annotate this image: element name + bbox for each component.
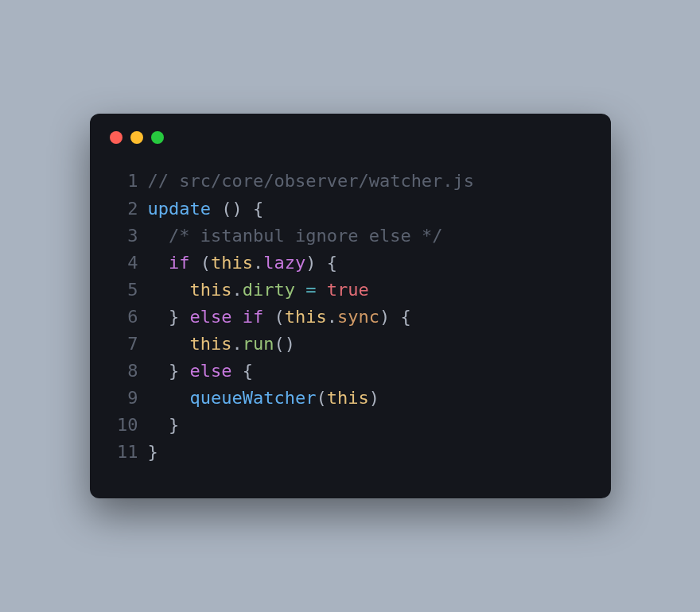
code-token: run (243, 334, 274, 354)
code-line: 7 this.run() (110, 331, 591, 358)
line-number: 10 (110, 412, 138, 439)
code-token: } (148, 442, 158, 462)
line-number: 11 (110, 439, 138, 466)
code-token: . (231, 334, 242, 354)
code-line: 9 queueWatcher(this) (110, 385, 591, 412)
code-token: else (190, 361, 232, 381)
line-content: update () { (148, 196, 264, 223)
line-content: } else if (this.sync) { (148, 304, 411, 331)
code-line: 10 } (110, 412, 591, 439)
code-line: 8 } else { (110, 358, 591, 385)
line-content: if (this.lazy) { (148, 250, 337, 277)
code-token: /* istanbul ignore else */ (169, 226, 442, 246)
zoom-icon[interactable] (151, 131, 164, 144)
code-token: . (253, 253, 263, 273)
code-token: = (305, 280, 316, 300)
code-token: if (169, 253, 190, 273)
code-token: this (189, 334, 231, 354)
code-token: this (211, 253, 253, 273)
code-token: this (327, 388, 369, 408)
code-token: else if (190, 307, 264, 327)
line-number: 8 (110, 358, 138, 385)
code-line: 6 } else if (this.sync) { (110, 304, 591, 331)
code-token (148, 280, 190, 300)
line-content: } (148, 439, 158, 466)
line-number: 7 (110, 331, 138, 358)
code-token: update (148, 199, 211, 219)
close-icon[interactable] (110, 131, 122, 144)
code-token (148, 415, 169, 435)
code-line: 1// src/core/observer/watcher.js (110, 168, 591, 195)
code-token (316, 280, 326, 300)
code-token (295, 280, 305, 300)
line-number: 2 (110, 196, 138, 223)
line-content: // src/core/observer/watcher.js (148, 168, 475, 195)
code-token: ( (274, 307, 284, 327)
code-token (148, 226, 169, 246)
code-token: } (169, 361, 179, 381)
code-token: queueWatcher (189, 388, 316, 408)
code-line: 3 /* istanbul ignore else */ (110, 223, 591, 250)
code-token: ) { (305, 253, 337, 273)
code-token: ( (200, 253, 211, 273)
code-token: () { (221, 199, 263, 219)
code-line: 5 this.dirty = true (110, 277, 591, 304)
code-token (148, 361, 169, 381)
line-content: /* istanbul ignore else */ (148, 223, 443, 250)
code-window: 1// src/core/observer/watcher.js2update … (90, 114, 611, 498)
code-token: . (231, 280, 242, 300)
code-token (148, 253, 169, 273)
code-line: 11} (110, 439, 591, 466)
code-token: sync (337, 307, 379, 327)
code-token (148, 334, 190, 354)
code-token: } (169, 307, 179, 327)
code-line: 4 if (this.lazy) { (110, 250, 591, 277)
line-content: } else { (148, 358, 253, 385)
code-token: { (243, 361, 253, 381)
code-editor[interactable]: 1// src/core/observer/watcher.js2update … (90, 152, 611, 474)
line-number: 3 (110, 223, 138, 250)
code-token (148, 307, 169, 327)
code-token: ) (369, 388, 379, 408)
line-content: queueWatcher(this) (148, 385, 379, 412)
line-content: } (148, 412, 180, 439)
code-token (179, 361, 189, 381)
code-token (179, 307, 189, 327)
code-token: () (274, 334, 295, 354)
code-token: true (327, 280, 369, 300)
code-token (211, 199, 221, 219)
line-number: 9 (110, 385, 138, 412)
code-token: dirty (243, 280, 295, 300)
code-token (148, 388, 190, 408)
code-token: // src/core/observer/watcher.js (148, 171, 475, 191)
code-token (190, 253, 200, 273)
code-token: this (285, 307, 327, 327)
code-token: this (189, 280, 231, 300)
window-titlebar (90, 114, 611, 152)
line-content: this.dirty = true (148, 277, 369, 304)
code-token: ) { (379, 307, 411, 327)
line-number: 1 (110, 168, 138, 195)
line-number: 6 (110, 304, 138, 331)
code-token (231, 361, 242, 381)
code-token: } (169, 415, 179, 435)
code-token: lazy (263, 253, 305, 273)
code-token: ( (316, 388, 326, 408)
line-number: 5 (110, 277, 138, 304)
minimize-icon[interactable] (130, 131, 143, 144)
line-number: 4 (110, 250, 138, 277)
code-line: 2update () { (110, 196, 591, 223)
code-token (263, 307, 274, 327)
line-content: this.run() (148, 331, 295, 358)
code-token: . (327, 307, 337, 327)
